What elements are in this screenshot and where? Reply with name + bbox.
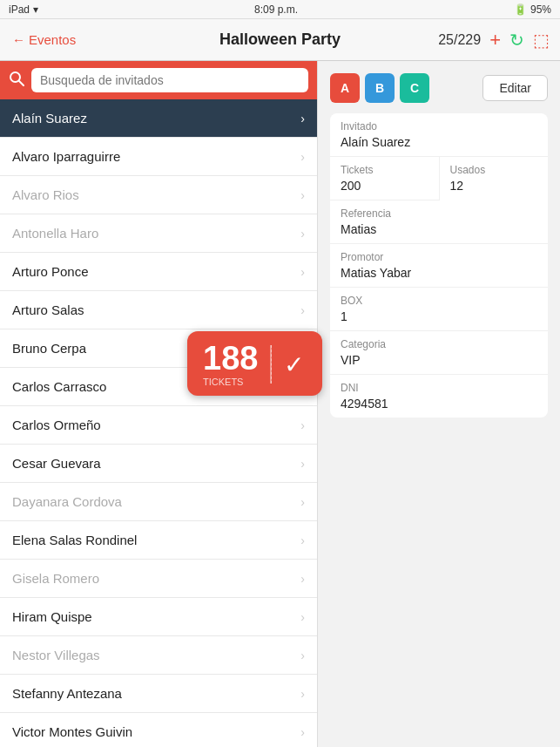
usados-value: 12 xyxy=(450,179,538,193)
chevron-right-icon: › xyxy=(300,687,305,701)
ticket-check-icon[interactable]: ✓ xyxy=(284,350,304,379)
export-button[interactable]: ⬚ xyxy=(533,30,550,51)
invitado-label: Invitado xyxy=(341,120,537,132)
status-right: 🔋 95% xyxy=(514,3,551,16)
promotor-field: Promotor Matias Yabar xyxy=(330,244,548,288)
chevron-right-icon: › xyxy=(300,418,305,432)
wifi-icon: ▾ xyxy=(33,3,38,16)
categoria-field: Categoria VIP xyxy=(330,331,548,375)
dni-label: DNI xyxy=(341,382,537,394)
ticket-badge: 188 TICKETS ✓ xyxy=(187,331,322,396)
list-item[interactable]: Carlos Ormeño› xyxy=(0,406,317,445)
list-item[interactable]: Victor Montes Guivin› xyxy=(0,713,317,747)
guest-name: Nestor Villegas xyxy=(12,648,100,662)
box-value: 1 xyxy=(341,309,537,323)
ticket-divider xyxy=(270,345,272,384)
status-time: 8:09 p.m. xyxy=(254,3,298,16)
tickets-field: Tickets 200 xyxy=(330,157,440,200)
status-bar: iPad ▾ 8:09 p.m. 🔋 95% xyxy=(0,0,560,19)
chevron-right-icon: › xyxy=(300,188,305,202)
nav-actions: 25/229 + ↻ ⬚ xyxy=(438,29,560,51)
guest-name: Antonella Haro xyxy=(12,226,98,241)
box-label: BOX xyxy=(341,295,537,307)
usados-field: Usados 12 xyxy=(440,157,549,200)
detail-card: Invitado Alaín Suarez Tickets 200 Usados… xyxy=(330,113,548,418)
page-title: Halloween Party xyxy=(219,31,341,49)
guest-name: Bruno Cerpa xyxy=(12,341,86,356)
ticket-badge-content: 188 TICKETS xyxy=(203,342,258,387)
tickets-value: 200 xyxy=(341,179,428,193)
back-label: Eventos xyxy=(29,32,76,47)
chevron-right-icon: › xyxy=(300,533,305,547)
add-button[interactable]: + xyxy=(489,29,501,51)
promotor-value: Matias Yabar xyxy=(341,266,537,280)
list-item[interactable]: Nestor Villegas› xyxy=(0,636,317,675)
invitado-field: Invitado Alaín Suarez xyxy=(330,113,548,157)
chevron-right-icon: › xyxy=(300,303,305,317)
invitado-value: Alaín Suarez xyxy=(341,135,537,149)
battery-level: 95% xyxy=(530,3,551,16)
refresh-button[interactable]: ↻ xyxy=(509,30,524,51)
chevron-right-icon: › xyxy=(300,495,305,509)
list-item[interactable]: Stefanny Antezana› xyxy=(0,675,317,713)
list-item[interactable]: Hiram Quispe› xyxy=(0,598,317,636)
back-arrow-icon: ← xyxy=(12,32,25,47)
search-bar xyxy=(0,61,317,99)
guest-count: 25/229 xyxy=(438,32,481,48)
guest-name: Elena Salas Rondinel xyxy=(12,533,137,547)
usados-label: Usados xyxy=(450,164,538,176)
guest-name: Carlos Carrasco xyxy=(12,379,106,394)
list-item[interactable]: Cesar Guevara› xyxy=(0,445,317,483)
dni-value: 4294581 xyxy=(341,397,537,411)
list-item[interactable]: Elena Salas Rondinel› xyxy=(0,521,317,560)
filter-c-button[interactable]: C xyxy=(400,73,429,103)
referencia-value: Matias xyxy=(341,222,537,236)
box-field: BOX 1 xyxy=(330,288,548,331)
guest-name: Hiram Quispe xyxy=(12,609,92,624)
filter-b-button[interactable]: B xyxy=(365,73,395,103)
chevron-right-icon: › xyxy=(300,457,305,471)
search-input[interactable] xyxy=(31,68,308,92)
promotor-label: Promotor xyxy=(341,251,537,263)
list-item[interactable]: Alvaro Rios› xyxy=(0,176,317,214)
guest-name: Alvaro Iparraguirre xyxy=(12,149,120,164)
chevron-right-icon: › xyxy=(300,265,305,279)
filter-row: A B C Editar xyxy=(330,73,548,103)
guest-name: Arturo Salas xyxy=(12,302,84,317)
list-item[interactable]: Alaín Suarez› xyxy=(0,99,317,138)
guest-name: Gisela Romero xyxy=(12,571,99,586)
filter-a-button[interactable]: A xyxy=(330,73,360,103)
status-left: iPad ▾ xyxy=(9,3,38,16)
referencia-field: Referencia Matias xyxy=(330,200,548,244)
tickets-label: Tickets xyxy=(341,164,428,176)
list-item[interactable]: Arturo Ponce› xyxy=(0,253,317,291)
chevron-right-icon: › xyxy=(300,150,305,164)
guest-name: Victor Montes Guivin xyxy=(12,724,132,739)
chevron-right-icon: › xyxy=(300,572,305,586)
chevron-right-icon: › xyxy=(300,649,305,662)
dni-field: DNI 4294581 xyxy=(330,375,548,418)
tickets-usados-row: Tickets 200 Usados 12 xyxy=(330,157,548,200)
guest-name: Carlos Ormeño xyxy=(12,418,101,432)
svg-line-1 xyxy=(19,81,24,85)
left-panel: Alaín Suarez›Alvaro Iparraguirre›Alvaro … xyxy=(0,61,318,747)
guest-list: Alaín Suarez›Alvaro Iparraguirre›Alvaro … xyxy=(0,99,317,747)
chevron-right-icon: › xyxy=(300,227,305,241)
guest-name: Alaín Suarez xyxy=(12,111,87,126)
guest-name: Arturo Ponce xyxy=(12,264,89,279)
list-item[interactable]: Alvaro Iparraguirre› xyxy=(0,138,317,176)
edit-button[interactable]: Editar xyxy=(482,75,548,101)
ticket-count: 188 xyxy=(203,342,258,375)
chevron-right-icon: › xyxy=(300,610,305,624)
device-label: iPad xyxy=(9,3,30,16)
guest-name: Stefanny Antezana xyxy=(12,686,122,701)
categoria-label: Categoria xyxy=(341,338,537,350)
right-panel: A B C Editar Invitado Alaín Suarez Ticke… xyxy=(318,61,560,747)
guest-name: Alvaro Rios xyxy=(12,187,79,202)
list-item[interactable]: Antonella Haro› xyxy=(0,214,317,253)
battery-icon: 🔋 xyxy=(514,3,527,16)
list-item[interactable]: Dayanara Cordova› xyxy=(0,483,317,521)
list-item[interactable]: Gisela Romero› xyxy=(0,560,317,598)
back-button[interactable]: ← Eventos xyxy=(0,32,88,47)
list-item[interactable]: Arturo Salas› xyxy=(0,291,317,329)
